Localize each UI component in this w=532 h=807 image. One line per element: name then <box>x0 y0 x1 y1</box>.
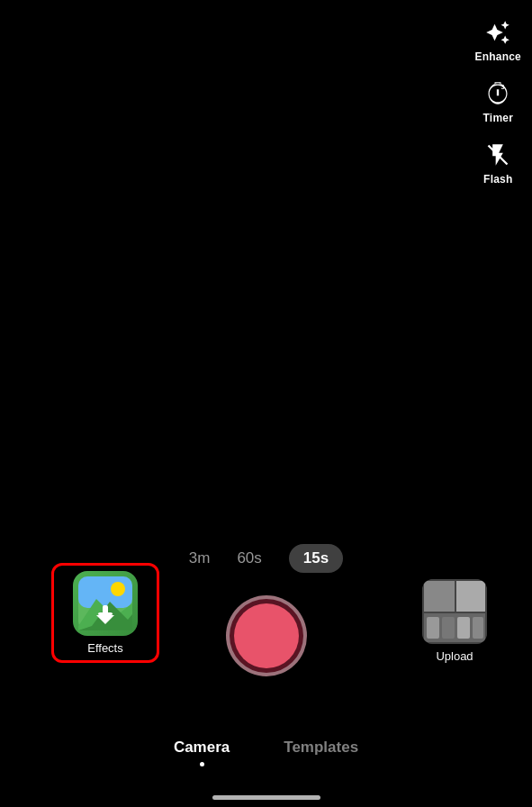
capture-button-inner <box>234 603 299 668</box>
svg-rect-15 <box>442 617 455 639</box>
svg-rect-11 <box>424 581 455 612</box>
svg-rect-12 <box>456 581 485 612</box>
timer-label: Timer <box>483 112 513 124</box>
upload-button[interactable]: Upload <box>422 579 487 663</box>
svg-rect-14 <box>427 617 439 639</box>
effects-icon <box>73 571 138 636</box>
capture-button[interactable] <box>226 595 307 676</box>
upload-label: Upload <box>436 649 473 663</box>
svg-rect-17 <box>473 617 483 639</box>
camera-tab-dot <box>200 762 204 766</box>
enhance-icon <box>483 18 512 47</box>
timer-icon: 3 <box>483 79 512 108</box>
svg-rect-16 <box>457 617 470 639</box>
tab-templates[interactable]: Templates <box>284 739 358 766</box>
svg-text:3: 3 <box>501 84 505 90</box>
svg-point-4 <box>111 582 125 596</box>
upload-icon <box>422 579 487 644</box>
flash-icon <box>483 141 512 169</box>
effects-label: Effects <box>87 641 123 655</box>
duration-60s[interactable]: 60s <box>237 549 261 567</box>
timer-button[interactable]: 3 Timer <box>483 79 513 124</box>
templates-tab-label: Templates <box>284 739 358 757</box>
duration-15s[interactable]: 15s <box>289 544 343 573</box>
svg-rect-9 <box>103 605 108 616</box>
camera-tab-label: Camera <box>174 739 230 757</box>
enhance-button[interactable]: Enhance <box>475 18 521 63</box>
tab-camera[interactable]: Camera <box>174 739 230 766</box>
effects-button[interactable]: Effects <box>51 563 159 663</box>
right-toolbar: Enhance 3 Timer Flash <box>475 18 521 186</box>
enhance-label: Enhance <box>475 50 521 63</box>
capture-button-wrapper <box>226 595 307 676</box>
flash-label: Flash <box>483 173 512 186</box>
flash-button[interactable]: Flash <box>483 141 512 186</box>
duration-3m[interactable]: 3m <box>189 549 211 567</box>
home-indicator <box>212 795 320 800</box>
tab-bar: Camera Templates <box>0 739 532 766</box>
